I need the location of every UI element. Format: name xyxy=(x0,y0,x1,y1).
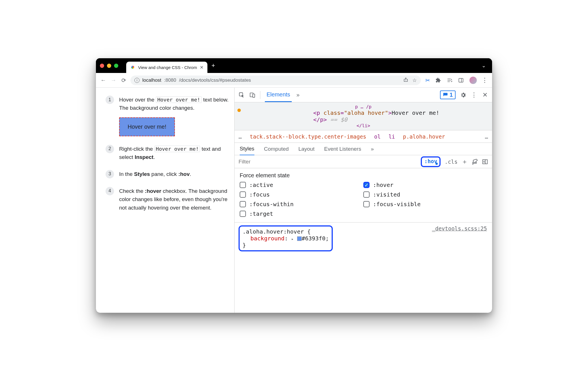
bookmark-star-icon[interactable]: ☆ xyxy=(412,77,417,83)
state-active-checkbox[interactable]: :active xyxy=(240,182,363,188)
close-devtools-icon[interactable]: ✕ xyxy=(482,92,488,98)
crumb-ellipsis[interactable]: … xyxy=(485,133,488,140)
devtools-tab-bar: Elements » 1 ⋮ ✕ xyxy=(235,88,492,102)
devtools-menu-icon[interactable]: ⋮ xyxy=(471,91,477,99)
crumb-item[interactable]: tack.stack--block.type.center-images xyxy=(250,133,366,140)
step-text: . xyxy=(190,171,191,177)
tabs-overflow-icon[interactable]: » xyxy=(296,92,299,98)
address-bar[interactable]: i localhost:8080/docs/devtools/css/#pseu… xyxy=(130,76,421,85)
issues-chip[interactable]: 1 xyxy=(440,90,456,99)
subtab-styles[interactable]: Styles xyxy=(240,146,254,156)
browser-tab[interactable]: View and change CSS - Chrom ✕ xyxy=(126,62,207,73)
step-1: 1 Hover over the Hover over me! text bel… xyxy=(106,96,229,136)
state-hover-checkbox[interactable]: ✓:hover xyxy=(363,182,487,188)
chrome-favicon-icon xyxy=(130,65,135,70)
paint-brush-icon[interactable] xyxy=(472,159,478,165)
svg-rect-4 xyxy=(253,94,255,97)
state-visited-checkbox[interactable]: :visited xyxy=(363,191,487,198)
dom-tree[interactable]: p … /p <p class="aloha hover">Hover over… xyxy=(235,102,492,130)
browser-toolbar: ← → ⟳ i localhost:8080/docs/devtools/css… xyxy=(96,73,492,88)
minimize-window-button[interactable] xyxy=(107,64,111,68)
tab-elements[interactable]: Elements xyxy=(265,88,292,102)
subtab-layout[interactable]: Layout xyxy=(298,146,314,152)
step-bold: :hov xyxy=(178,171,190,177)
subtabs-overflow-icon[interactable]: » xyxy=(371,146,374,152)
docs-page: 1 Hover over the Hover over me! text bel… xyxy=(96,88,235,313)
state-focus-within-checkbox[interactable]: :focus-within xyxy=(240,201,363,208)
reload-button[interactable]: ⟳ xyxy=(120,77,127,84)
inspect-element-icon[interactable] xyxy=(239,92,245,98)
svg-rect-0 xyxy=(459,78,463,82)
step-bold: :hover xyxy=(145,188,161,194)
state-focus-checkbox[interactable]: :focus xyxy=(240,191,363,198)
issues-count: 1 xyxy=(450,92,453,98)
state-target-checkbox[interactable]: :target xyxy=(240,210,363,217)
checkbox-icon xyxy=(240,182,246,188)
dom-eq0: == $0 xyxy=(330,116,347,123)
computed-panel-toggle-icon[interactable] xyxy=(482,159,488,165)
crumb-item[interactable]: ol xyxy=(374,133,381,140)
subtab-event-listeners[interactable]: Event Listeners xyxy=(324,146,361,152)
step-number: 2 xyxy=(106,145,114,153)
step-4: 4 Check the :hover checkbox. The backgro… xyxy=(106,187,229,212)
reading-list-icon[interactable] xyxy=(447,77,454,83)
rule-value[interactable]: #6393f0 xyxy=(302,235,325,242)
rule-close-brace: } xyxy=(243,242,329,249)
rule-selector[interactable]: .aloha.hover:hover { xyxy=(243,228,329,235)
profile-avatar[interactable] xyxy=(469,77,477,84)
css-rule[interactable]: _devtools.scss:25 .aloha.hover:hover { b… xyxy=(235,223,492,255)
styles-filter-input[interactable] xyxy=(235,155,417,168)
checkbox-icon xyxy=(363,191,370,198)
toggle-cls-button[interactable]: .cls xyxy=(445,159,458,165)
forward-button[interactable]: → xyxy=(110,77,117,83)
browser-window: View and change CSS - Chrom ✕ + ⌄ ← → ⟳ … xyxy=(96,58,492,313)
close-tab-icon[interactable]: ✕ xyxy=(200,65,203,70)
state-focus-visible-checkbox[interactable]: :focus-visible xyxy=(363,201,487,208)
chevron-down-icon[interactable]: ⌄ xyxy=(482,62,486,69)
toggle-hov-button[interactable]: :hov xyxy=(421,156,441,167)
state-label: :visited xyxy=(373,191,400,198)
step-text: Check the xyxy=(119,188,145,194)
state-label: :target xyxy=(249,210,273,217)
crumb-ellipsis[interactable]: … xyxy=(239,133,242,140)
checkbox-icon xyxy=(240,201,246,207)
site-info-icon[interactable]: i xyxy=(134,78,140,83)
side-panel-icon[interactable] xyxy=(458,77,465,83)
crumb-item[interactable]: p.aloha.hover xyxy=(403,133,445,140)
dom-selected-line[interactable]: <p class="aloha hover">Hover over me! xyxy=(240,109,487,116)
share-icon[interactable] xyxy=(403,77,408,83)
force-state-indicator-icon xyxy=(237,109,241,112)
step-bold: Inspect xyxy=(135,154,154,160)
rule-source-link[interactable]: _devtools.scss:25 xyxy=(432,225,487,232)
step-text: Hover over the xyxy=(119,97,156,103)
step-3: 3 In the Styles pane, click :hov. xyxy=(106,170,229,178)
dom-close-tag: </p> xyxy=(313,116,327,123)
subtab-computed[interactable]: Computed xyxy=(264,146,289,152)
url-path: /docs/devtools/css/#pseudostates xyxy=(179,77,251,83)
settings-gear-icon[interactable] xyxy=(460,92,466,98)
devtools-panel: Elements » 1 ⋮ ✕ p … /p <p class="aloha … xyxy=(235,88,492,313)
hover-demo-box[interactable]: Hover over me! xyxy=(119,117,175,136)
chrome-menu-icon[interactable]: ⋮ xyxy=(481,77,488,84)
step-text: . xyxy=(153,154,155,160)
maximize-window-button[interactable] xyxy=(114,64,118,68)
content-area: 1 Hover over the Hover over me! text bel… xyxy=(96,88,492,313)
step-number: 3 xyxy=(106,170,114,178)
rule-property: background xyxy=(250,235,284,242)
scissors-icon[interactable]: ✂ xyxy=(424,77,431,84)
state-label: :focus-visible xyxy=(373,201,421,208)
new-tab-button[interactable]: + xyxy=(211,62,215,69)
device-toggle-icon[interactable] xyxy=(249,92,256,98)
close-window-button[interactable] xyxy=(100,64,104,68)
code-inline: Hover over me! xyxy=(154,146,200,152)
expand-triangle-icon[interactable]: ▸ xyxy=(291,237,294,241)
back-button[interactable]: ← xyxy=(100,77,107,83)
color-swatch-icon[interactable] xyxy=(297,236,302,241)
tab-title: View and change CSS - Chrom xyxy=(138,65,197,70)
step-text: Right-click the xyxy=(119,146,154,152)
extensions-icon[interactable] xyxy=(435,77,442,83)
crumb-item[interactable]: li xyxy=(389,133,395,140)
new-style-rule-icon[interactable]: ＋ xyxy=(462,158,468,166)
dom-collapsed-line: </li> xyxy=(240,123,487,128)
highlighted-rule-box: .aloha.hover:hover { background: ▸ #6393… xyxy=(239,225,333,251)
